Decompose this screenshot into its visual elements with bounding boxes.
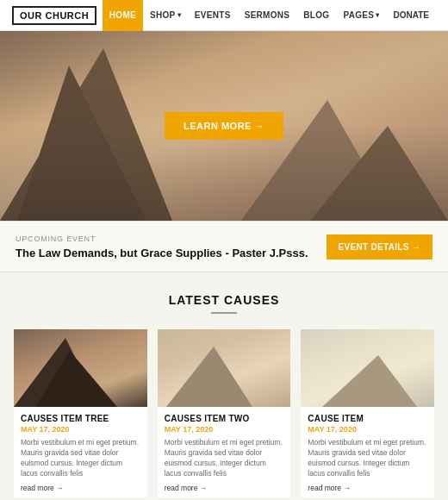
event-details-button[interactable]: EVENT DETAILS → (327, 234, 432, 259)
event-label: UPCOMING EVENT (16, 234, 308, 243)
cause-body-2: CAUSES ITEM TWO MAY 17, 2020 Morbi vesti… (158, 407, 291, 497)
nav-shop[interactable]: SHOP ▾ (143, 0, 188, 31)
cause-body-3: CAUSE ITEM MAY 17, 2020 Morbi vestibulum… (301, 407, 434, 497)
nav-donate[interactable]: DONATE (387, 0, 436, 31)
cause-desc-1: Morbi vestibulum et mi eget pretium. Mau… (21, 438, 140, 479)
navigation: HOME SHOP ▾ EVENTS SERMONS BLOG PAGES ▾ … (103, 0, 436, 31)
cause-name-2: CAUSES ITEM TWO (165, 414, 284, 423)
cause-date-2: MAY 17, 2020 (165, 425, 284, 434)
causes-title: LATEST CAUSES (14, 293, 434, 307)
cause-read-more-1[interactable]: read more → (21, 484, 140, 492)
causes-grid: CAUSES ITEM TREE MAY 17, 2020 Morbi vest… (14, 329, 434, 497)
section-divider (211, 312, 237, 314)
logo[interactable]: OUR CHURCH (12, 6, 96, 25)
cause-desc-2: Morbi vestibulum et mi eget pretium. Mau… (165, 438, 284, 479)
cause-image-1 (14, 329, 147, 407)
cause-desc-3: Morbi vestibulum et mi eget pretium. Mau… (308, 438, 427, 479)
cause-name-3: CAUSE ITEM (308, 414, 427, 423)
learn-more-button[interactable]: LEARN MORE → (165, 112, 283, 140)
nav-pages[interactable]: PAGES ▾ (336, 0, 386, 31)
cause-card-3: CAUSE ITEM MAY 17, 2020 Morbi vestibulum… (301, 329, 434, 497)
nav-home[interactable]: HOME (103, 0, 143, 31)
cause-body-1: CAUSES ITEM TREE MAY 17, 2020 Morbi vest… (14, 407, 147, 497)
nav-events[interactable]: EVENTS (188, 0, 238, 31)
cause-read-more-3[interactable]: read more → (308, 484, 427, 492)
nav-blog[interactable]: BLOG (296, 0, 336, 31)
cause-read-more-2[interactable]: read more → (165, 484, 284, 492)
hero-section: LEARN MORE → (0, 31, 448, 221)
nav-sermons[interactable]: SERMONS (238, 0, 297, 31)
cause-name-1: CAUSES ITEM TREE (21, 414, 140, 423)
cause-image-2 (158, 329, 291, 407)
cause-image-3 (301, 329, 434, 407)
event-banner: UPCOMING EVENT The Law Demands, but Grac… (0, 221, 448, 272)
cause-date-3: MAY 17, 2020 (308, 425, 427, 434)
cause-card-1: CAUSES ITEM TREE MAY 17, 2020 Morbi vest… (14, 329, 147, 497)
event-title: The Law Demands, but Grace Supplies - Pa… (16, 247, 308, 259)
causes-section: LATEST CAUSES CAUSES ITEM TREE MAY 17, 2… (0, 272, 448, 500)
event-info: UPCOMING EVENT The Law Demands, but Grac… (16, 234, 308, 259)
header: OUR CHURCH HOME SHOP ▾ EVENTS SERMONS BL… (0, 0, 448, 31)
chevron-down-icon: ▾ (177, 11, 181, 19)
cause-card-2: CAUSES ITEM TWO MAY 17, 2020 Morbi vesti… (158, 329, 291, 497)
chevron-down-icon: ▾ (376, 11, 379, 19)
cause-date-1: MAY 17, 2020 (21, 425, 140, 434)
